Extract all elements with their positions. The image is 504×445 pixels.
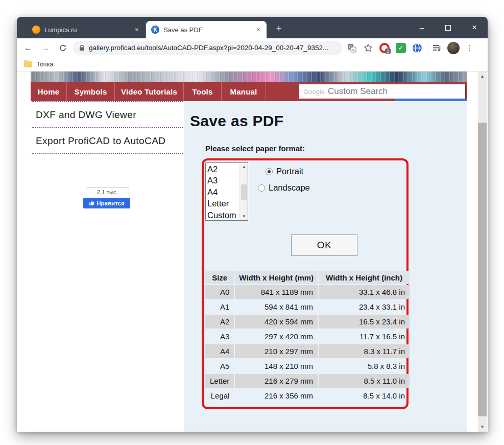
main-content: Save as PDF Please select paper format: …: [184, 101, 467, 432]
cell-mm: 594 x 841 mm: [235, 300, 318, 314]
table-row: Letter 216 x 279 mm 8.5 x 11.0 in: [205, 374, 410, 388]
cell-inch: 16.5 x 23.4 in: [319, 315, 410, 329]
paper-format-options: A2 A3 A4 Letter Custom: [206, 163, 239, 220]
table-row: A0 841 x 1189 mm 33.1 x 46.8 in: [205, 285, 410, 299]
paper-format-prompt: Please select paper format:: [205, 144, 305, 153]
sidebar-link-export-proficad[interactable]: Export ProfiCAD to AutoCAD: [32, 128, 183, 154]
page-viewport: Home Symbols Video Tutorials Tools Manua…: [17, 72, 488, 432]
translate-icon[interactable]: G я: [345, 41, 358, 55]
cell-size: A2: [205, 315, 234, 329]
table-row: A3 297 x 420 mm 11.7 x 16.5 in: [205, 330, 410, 343]
menu-dots-icon[interactable]: ⋮: [463, 41, 476, 55]
nav-manual[interactable]: Manual: [222, 82, 266, 101]
listbox-scroll-thumb[interactable]: [241, 184, 247, 200]
back-button[interactable]: ←: [21, 41, 35, 55]
cell-mm: 210 x 297 mm: [235, 344, 318, 358]
nav-symbols[interactable]: Symbols: [67, 82, 115, 101]
sidebar-link-dxf-dwg-viewer[interactable]: DXF and DWG Viewer: [32, 101, 183, 128]
close-window-button[interactable]: ×: [468, 23, 481, 32]
site-navbar: Home Symbols Video Tutorials Tools Manua…: [31, 82, 467, 101]
nav-video-tutorials[interactable]: Video Tutorials: [115, 82, 184, 101]
tab-lumpics[interactable]: Lumpics.ru ×: [27, 21, 146, 38]
forward-button[interactable]: →: [38, 41, 53, 55]
radio-landscape[interactable]: Landscape: [258, 183, 310, 193]
cell-mm: 216 x 356 mm: [235, 389, 318, 403]
tab-save-as-pdf[interactable]: K Save as PDF ×: [146, 21, 267, 38]
window-controls: – ×: [416, 17, 481, 38]
page-scroll-thumb[interactable]: [478, 123, 487, 416]
tab-close-icon[interactable]: ×: [255, 26, 261, 34]
cell-inch: 11.7 x 16.5 in: [319, 330, 410, 343]
bookmark-folder-icon: [24, 61, 32, 67]
cell-size: A5: [205, 359, 234, 373]
facebook-like-button[interactable]: Нравится: [83, 198, 130, 208]
extension-badge: 2: [385, 49, 391, 54]
tab-title: Lumpics.ru: [44, 26, 130, 34]
tab-close-icon[interactable]: ×: [134, 26, 140, 34]
table-row: A4 210 x 297 mm 8.3 x 11.7 in: [205, 344, 410, 358]
page-scrollbar[interactable]: ▲ ▼: [478, 72, 487, 432]
table-header-row: Size Width x Height (mm) Width x Height …: [205, 271, 410, 284]
cell-size: A3: [205, 330, 234, 343]
reload-button[interactable]: [56, 41, 70, 55]
option-letter[interactable]: Letter: [207, 198, 239, 209]
cell-size: A0: [205, 285, 234, 299]
header-size: Size: [205, 271, 234, 284]
option-a2[interactable]: A2: [207, 163, 239, 175]
lumpics-favicon-icon: [32, 26, 40, 34]
radio-portrait-icon[interactable]: [266, 168, 273, 175]
cell-mm: 216 x 279 mm: [235, 374, 318, 388]
extension-blocker-icon[interactable]: 2: [378, 41, 391, 55]
playlist-icon[interactable]: [430, 41, 444, 55]
cell-inch: 5.8 x 8.3 in: [319, 359, 410, 373]
radio-portrait[interactable]: Portrait: [266, 167, 303, 176]
extension-check-icon[interactable]: ✓: [394, 41, 407, 55]
radio-landscape-icon[interactable]: [258, 184, 265, 192]
option-a4[interactable]: A4: [207, 186, 239, 198]
bookmark-item[interactable]: Точка: [36, 60, 54, 68]
site-sidebar: DXF and DWG Viewer Export ProfiCAD to Au…: [31, 101, 184, 432]
page-title: Save as PDF: [190, 112, 283, 130]
nav-tools[interactable]: Tools: [184, 82, 222, 101]
ok-button[interactable]: OK: [291, 235, 357, 256]
cell-size: A4: [205, 344, 234, 358]
header-banner-image: [31, 72, 467, 82]
option-custom[interactable]: Custom: [207, 209, 239, 221]
radio-landscape-label: Landscape: [269, 183, 310, 193]
lock-icon: [79, 44, 85, 51]
new-tab-button[interactable]: +: [272, 22, 285, 35]
cell-size: Letter: [205, 374, 234, 388]
scroll-up-icon[interactable]: ▲: [240, 163, 248, 171]
listbox-scrollbar[interactable]: ▲ ▼: [239, 163, 248, 220]
url-text: gallery.proficad.eu/tools/AutoCAD-PDF.as…: [89, 44, 328, 52]
cell-inch: 33.1 x 46.8 in: [319, 285, 410, 299]
table-row: A2 420 x 594 mm 16.5 x 23.4 in: [205, 315, 410, 329]
cell-size: A1: [205, 300, 234, 314]
nav-home[interactable]: Home: [31, 82, 67, 101]
scroll-up-icon[interactable]: ▲: [478, 73, 487, 80]
option-a3[interactable]: A3: [207, 175, 239, 186]
tab-title: Save as PDF: [163, 26, 251, 34]
google-watermark: Google: [303, 88, 325, 96]
address-bar[interactable]: gallery.proficad.eu/tools/AutoCAD-PDF.as…: [73, 41, 342, 55]
cell-inch: 8.5 x 14.0 in: [319, 389, 410, 403]
custom-search-input[interactable]: Google Custom Search: [299, 84, 466, 99]
cell-mm: 420 x 594 mm: [235, 315, 318, 329]
reload-icon: [59, 44, 67, 52]
cell-inch: 8.3 x 11.7 in: [319, 344, 410, 358]
cell-mm: 841 x 1189 mm: [235, 285, 318, 299]
scroll-down-icon[interactable]: ▼: [240, 213, 248, 220]
cell-size: Legal: [205, 389, 234, 403]
table-row: A1 594 x 841 mm 23.4 x 33.1 in: [205, 300, 410, 314]
paper-format-listbox[interactable]: A2 A3 A4 Letter Custom ▲ ▼: [205, 162, 248, 221]
minimize-button[interactable]: –: [416, 24, 428, 32]
cell-inch: 8.5 x 11.0 in: [319, 374, 410, 388]
profile-avatar[interactable]: [447, 41, 460, 55]
maximize-button[interactable]: [445, 25, 451, 31]
browser-toolbar: ← → gallery.proficad.eu/tools/AutoCAD-PD…: [17, 38, 488, 57]
search-placeholder: Custom Search: [328, 86, 388, 97]
facebook-like-count: 2,1 тыс.: [86, 187, 129, 197]
extension-globe-icon[interactable]: [411, 41, 424, 55]
scroll-down-icon[interactable]: ▼: [478, 423, 487, 431]
bookmark-star-icon[interactable]: [362, 41, 375, 55]
